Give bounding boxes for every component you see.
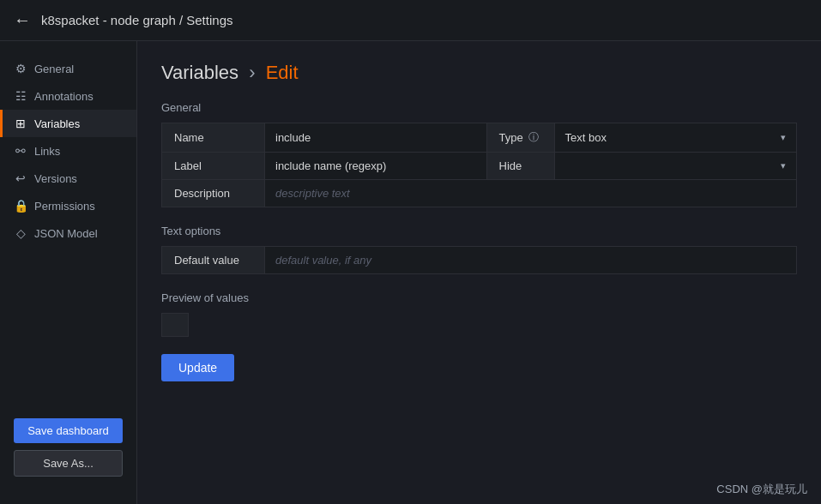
type-info-icon[interactable]: ⓘ bbox=[528, 130, 539, 145]
breadcrumb-edit: Edit bbox=[266, 62, 299, 83]
sidebar-item-general[interactable]: ⚙ General bbox=[0, 55, 136, 82]
form-grid-general: Name Type ⓘ Text box ▾ Label bbox=[161, 123, 797, 207]
links-icon: ⚯ bbox=[14, 144, 27, 158]
sidebar-item-links[interactable]: ⚯ Links bbox=[0, 137, 136, 165]
form-row-default-value: Default value bbox=[162, 247, 796, 273]
sidebar-item-label: Permissions bbox=[34, 200, 95, 213]
page-title: Variables › Edit bbox=[161, 62, 797, 84]
main-content: Variables › Edit General Name Type ⓘ Tex… bbox=[137, 41, 821, 504]
sidebar-item-versions[interactable]: ↩ Versions bbox=[0, 165, 136, 192]
save-as-button[interactable]: Save As... bbox=[14, 450, 123, 477]
form-row-description: Description bbox=[162, 180, 796, 207]
preview-box bbox=[161, 313, 189, 337]
sidebar-item-label: Variables bbox=[34, 117, 80, 130]
update-button[interactable]: Update bbox=[161, 354, 234, 381]
back-button[interactable]: ← bbox=[14, 10, 31, 30]
sidebar-item-permissions[interactable]: 🔒 Permissions bbox=[0, 192, 136, 219]
text-options-section: Text options Default value bbox=[161, 225, 797, 274]
label-value-cell[interactable] bbox=[265, 153, 486, 179]
sidebar-buttons: Save dashboard Save As... bbox=[0, 405, 136, 490]
sidebar-item-label: Links bbox=[34, 145, 60, 158]
sidebar: ⚙ General ☷ Annotations ⊞ Variables ⚯ Li… bbox=[0, 41, 137, 504]
sidebar-item-label: Annotations bbox=[34, 90, 94, 103]
label-label: Label bbox=[162, 153, 265, 179]
form-grid-text-options: Default value bbox=[161, 246, 797, 274]
type-select[interactable]: Text box ▾ bbox=[555, 123, 797, 152]
name-label: Name bbox=[162, 123, 265, 152]
sidebar-item-json-model[interactable]: ◇ JSON Model bbox=[0, 219, 136, 247]
type-value: Text box bbox=[565, 131, 776, 144]
default-value-cell[interactable] bbox=[265, 247, 796, 273]
description-value-cell[interactable] bbox=[265, 180, 796, 207]
annotations-icon: ☷ bbox=[14, 89, 27, 103]
default-value-input[interactable] bbox=[265, 247, 796, 273]
preview-section: Preview of values bbox=[161, 291, 797, 337]
sidebar-item-annotations[interactable]: ☷ Annotations bbox=[0, 82, 136, 110]
description-label: Description bbox=[162, 180, 265, 207]
sidebar-item-label: General bbox=[34, 63, 74, 75]
sidebar-item-variables[interactable]: ⊞ Variables bbox=[0, 110, 136, 137]
hide-select[interactable]: ▾ bbox=[555, 153, 797, 179]
type-label-cell: Type ⓘ bbox=[486, 123, 555, 152]
name-input[interactable] bbox=[265, 124, 486, 151]
sidebar-item-label: JSON Model bbox=[34, 227, 98, 240]
hide-label-cell: Hide bbox=[486, 153, 555, 179]
section-general-label: General bbox=[161, 101, 797, 114]
description-input[interactable] bbox=[265, 180, 796, 207]
form-row-label-hide: Label Hide ▾ bbox=[162, 153, 796, 180]
sidebar-item-label: Versions bbox=[34, 172, 77, 185]
section-text-options-label: Text options bbox=[161, 225, 797, 237]
breadcrumb-sep: › bbox=[249, 62, 255, 83]
watermark: CSDN @就是玩儿 bbox=[716, 482, 807, 497]
layout: ⚙ General ☷ Annotations ⊞ Variables ⚯ Li… bbox=[0, 41, 821, 504]
type-chevron-icon: ▾ bbox=[781, 132, 786, 143]
permissions-icon: 🔒 bbox=[14, 199, 27, 213]
name-value-cell[interactable] bbox=[265, 123, 486, 152]
hide-chevron-icon: ▾ bbox=[781, 160, 786, 171]
json-model-icon: ◇ bbox=[14, 226, 27, 240]
general-icon: ⚙ bbox=[14, 62, 27, 75]
default-value-label: Default value bbox=[162, 247, 265, 273]
form-row-name-type: Name Type ⓘ Text box ▾ bbox=[162, 123, 796, 153]
save-dashboard-button[interactable]: Save dashboard bbox=[14, 418, 123, 443]
topbar: ← k8spacket - node graph / Settings bbox=[0, 0, 821, 41]
topbar-title: k8spacket - node graph / Settings bbox=[41, 13, 232, 27]
section-preview-label: Preview of values bbox=[161, 291, 797, 304]
label-input[interactable] bbox=[265, 153, 486, 179]
variables-icon: ⊞ bbox=[14, 117, 27, 130]
versions-icon: ↩ bbox=[14, 171, 27, 185]
